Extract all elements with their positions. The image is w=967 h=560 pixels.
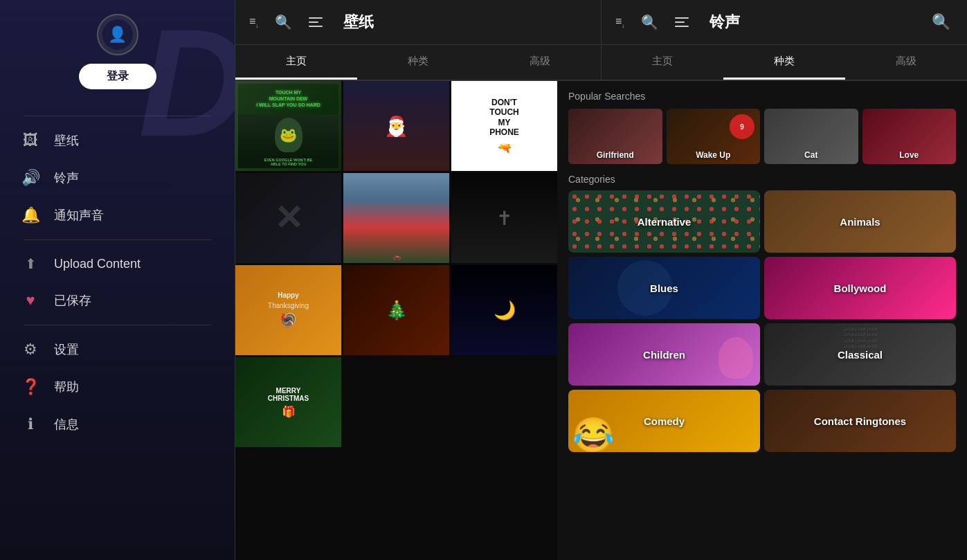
- category-item-contact-ringtones[interactable]: Contact Ringtones: [764, 390, 956, 452]
- sidebar-item-help[interactable]: ❓ 帮助: [0, 368, 235, 406]
- sidebar-label-notification: 通知声音: [54, 207, 104, 224]
- sidebar-divider-2: [24, 240, 211, 240]
- wallpaper-item-8[interactable]: 🎄: [343, 265, 449, 355]
- wallpaper-thumb-3: DON'TTOUCHMYPHONE 🔫: [451, 81, 557, 171]
- category-item-animals[interactable]: Animals: [764, 190, 956, 253]
- sidebar-item-wallpaper[interactable]: 🖼 壁纸: [0, 122, 235, 159]
- categories-grid-section: Categories Alternative Animals: [557, 170, 967, 560]
- info-icon: ℹ: [21, 415, 40, 433]
- sidebar-item-ringtone[interactable]: 🔊 铃声: [0, 159, 235, 197]
- sidebar-label-info: 信息: [54, 416, 79, 433]
- help-icon: ❓: [21, 378, 40, 396]
- search-icon-right[interactable]: 🔍: [922, 13, 960, 31]
- sidebar-label-ringtone: 铃声: [54, 170, 79, 186]
- sidebar-label-wallpaper: 壁纸: [54, 132, 79, 149]
- avatar-face: 👤: [102, 19, 133, 50]
- sidebar-label-settings: 设置: [54, 341, 79, 358]
- speaker-icon: 🔊: [21, 169, 40, 187]
- wallpaper-title: 壁纸: [329, 12, 388, 33]
- category-item-blues[interactable]: Blues: [568, 257, 760, 319]
- sidebar-item-settings[interactable]: ⚙ 设置: [0, 331, 235, 368]
- topbar-ringtone: ≡↓ 🔍 铃声 🔍: [602, 0, 967, 44]
- category-label-bollywood: Bollywood: [764, 282, 956, 294]
- search-thumb-love[interactable]: Love: [862, 109, 957, 164]
- category-item-children[interactable]: Children: [568, 323, 760, 386]
- bell-icon: 🔔: [21, 206, 40, 224]
- tab-wallpaper-advanced[interactable]: 高级: [479, 45, 601, 80]
- sort-icon-wallpaper[interactable]: ≡↓: [242, 15, 265, 29]
- sidebar-divider-1: [24, 116, 211, 116]
- tab-ringtone-home[interactable]: 主页: [602, 45, 723, 80]
- tab-wallpaper-category[interactable]: 种类: [357, 45, 479, 80]
- wallpaper-item-9[interactable]: 🌙: [451, 265, 557, 355]
- sidebar-item-upload[interactable]: ⬆ Upload Content: [0, 246, 235, 282]
- sidebar-item-saved[interactable]: ♥ 已保存: [0, 282, 235, 319]
- heart-icon: ♥: [21, 291, 40, 309]
- search-thumbnails: Girlfriend 9 Wake Up Cat: [568, 109, 956, 164]
- sidebar-item-info[interactable]: ℹ 信息: [0, 406, 235, 443]
- search-thumb-cat[interactable]: Cat: [764, 109, 858, 164]
- popular-searches-title: Popular Searches: [568, 91, 956, 102]
- sidebar-item-notification[interactable]: 🔔 通知声音: [0, 197, 235, 234]
- upload-icon: ⬆: [21, 255, 40, 272]
- tab-ringtone-category[interactable]: 种类: [723, 45, 845, 80]
- ringtone-tabs: 主页 种类 高级: [602, 45, 967, 80]
- wallpaper-grid: TOUCH MYMOUNTAIN DEWI WILL SLAP YOU SO H…: [235, 81, 557, 560]
- topbar-wallpaper: ≡↓ 🔍 壁纸: [235, 0, 602, 44]
- category-label-classical: Classical: [764, 349, 956, 361]
- search-thumb-wakeup-inner: 9 Wake Up: [667, 109, 761, 164]
- sidebar-label-help: 帮助: [54, 379, 79, 395]
- gear-icon: ⚙: [21, 341, 40, 359]
- category-item-bollywood[interactable]: Bollywood: [764, 257, 956, 319]
- wallpaper-tabs: 主页 种类 高级: [235, 45, 602, 80]
- wallpaper-item-5[interactable]: 🚗: [343, 173, 449, 263]
- wallpaper-item-7[interactable]: Happy Thanksgiving 🦃: [235, 265, 341, 355]
- search-thumb-cat-inner: Cat: [764, 109, 858, 164]
- search-icon-ringtone[interactable]: 🔍: [631, 14, 668, 30]
- search-thumb-wakeup[interactable]: 9 Wake Up: [667, 109, 761, 164]
- search-thumb-girlfriend-inner: Girlfriend: [568, 109, 662, 164]
- wallpaper-item-10[interactable]: MERRYCHRISTMAS 🎁: [235, 357, 341, 447]
- category-item-alternative[interactable]: Alternative: [568, 190, 760, 253]
- sidebar-label-saved: 已保存: [54, 292, 91, 309]
- ringtone-title: 铃声: [696, 12, 754, 33]
- search-thumb-love-label: Love: [899, 150, 919, 160]
- category-item-classical[interactable]: ♩♪♫♬ ♩♪♫♬ ♩♪♫♬ ♩♪♫♬ ♩♪♫♬ ♩♪♫♬ ♩♪♫♬ ♩♪♫♬ …: [764, 323, 956, 386]
- avatar: 👤: [97, 14, 138, 55]
- category-label-alternative: Alternative: [568, 216, 760, 228]
- menu-icon-ringtone[interactable]: [668, 17, 696, 27]
- wallpaper-item-3[interactable]: DON'TTOUCHMYPHONE 🔫: [451, 81, 557, 171]
- category-label-blues: Blues: [568, 282, 760, 294]
- wallpaper-item-1[interactable]: TOUCH MYMOUNTAIN DEWI WILL SLAP YOU SO H…: [235, 81, 341, 171]
- category-label-contact-ringtones: Contact Ringtones: [764, 415, 956, 427]
- sidebar: D 👤 登录 🖼 壁纸 🔊 铃声 🔔 通知声音 ⬆ Upload Content…: [0, 0, 235, 560]
- categories-grid: Alternative Animals Blues: [568, 190, 956, 452]
- tab-wallpaper-home[interactable]: 主页: [235, 45, 357, 80]
- ringtones-section: Popular Searches Girlfriend 9 Wake Up: [557, 81, 967, 560]
- wallpaper-thumb-1: TOUCH MYMOUNTAIN DEWI WILL SLAP YOU SO H…: [235, 81, 341, 171]
- search-thumb-wakeup-label: Wake Up: [696, 150, 730, 160]
- sidebar-label-upload: Upload Content: [54, 257, 141, 271]
- popular-searches: Popular Searches Girlfriend 9 Wake Up: [557, 81, 967, 170]
- main-content: ≡↓ 🔍 壁纸 ≡↓ 🔍 铃声 🔍 主页 种类 高级 主页: [235, 0, 967, 560]
- search-thumb-girlfriend-label: Girlfriend: [597, 150, 634, 160]
- wallpaper-item-4[interactable]: ✕: [235, 173, 341, 263]
- category-label-children: Children: [568, 349, 760, 361]
- search-icon-wallpaper[interactable]: 🔍: [265, 14, 302, 30]
- search-thumb-cat-label: Cat: [804, 150, 817, 160]
- search-thumb-girlfriend[interactable]: Girlfriend: [568, 109, 662, 164]
- search-thumb-love-inner: Love: [862, 109, 957, 164]
- top-bar: ≡↓ 🔍 壁纸 ≡↓ 🔍 铃声 🔍: [235, 0, 967, 45]
- category-item-comedy[interactable]: 😂 Comedy: [568, 390, 760, 452]
- sort-icon-ringtone[interactable]: ≡↓: [608, 15, 631, 29]
- tabs-bar: 主页 种类 高级 主页 种类 高级: [235, 45, 967, 81]
- tab-ringtone-advanced[interactable]: 高级: [845, 45, 967, 80]
- menu-icon-wallpaper[interactable]: [302, 17, 329, 27]
- login-button[interactable]: 登录: [79, 64, 156, 89]
- category-label-comedy: Comedy: [568, 415, 760, 427]
- wallpaper-item-2[interactable]: 🎅: [343, 81, 449, 171]
- category-label-animals: Animals: [764, 216, 956, 228]
- x-logo-icon: ✕: [274, 198, 303, 238]
- wallpaper-item-6[interactable]: ✝: [451, 173, 557, 263]
- sidebar-divider-3: [24, 325, 211, 325]
